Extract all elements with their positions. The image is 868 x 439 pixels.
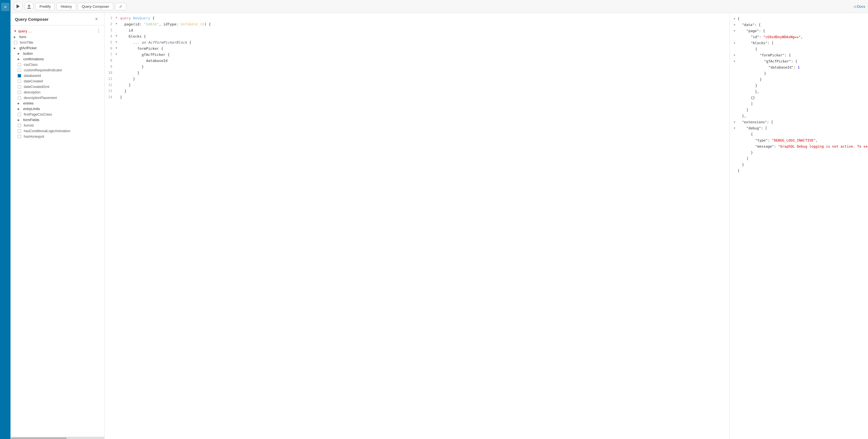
sidebar-menu-icon[interactable]: ≡ [1,3,9,11]
plain-token: { [165,53,170,57]
tree-item[interactable]: dateCreatedGmt [10,84,104,90]
query-composer-button[interactable]: Query Composer [78,3,113,10]
tree-item[interactable]: ▶entries [10,101,104,106]
docs-button[interactable]: ◁ Docs [854,4,865,8]
tree-item[interactable]: ▶entryLimits [10,106,104,112]
result-line: "message": "GraphQL Debug logging is not… [734,144,864,150]
tree-root: ▼ query … ⋮ [10,28,104,34]
profile-button[interactable] [24,2,34,11]
bracket-token: } [746,107,749,113]
tree-item[interactable]: hasConditionalLogicAnimation [10,128,104,134]
line-number: 11 [104,77,116,81]
tree-checkbox[interactable] [18,124,21,127]
tree-item[interactable]: ▶gfAcfPicker [10,45,104,51]
composer-tree[interactable]: ▼ query … ⋮ ▶formformTitle▶gfAcfPicker▶b… [10,25,104,437]
result-arrow[interactable]: ▼ [734,28,738,34]
line-arrow[interactable]: ▼ [116,22,120,25]
result-arrow [734,162,738,168]
plain-token: : { [767,119,773,125]
result-arrow [734,137,738,144]
plain-token: : { [784,52,791,58]
result-arrow[interactable]: ▼ [734,125,738,131]
tree-item[interactable]: cssClass [10,62,104,67]
tree-item-label: formId [24,124,33,127]
result-arrow [734,101,738,107]
line-content[interactable]: formPicker { [120,46,730,51]
tree-checkbox[interactable] [14,41,17,44]
tree-item[interactable]: hasHoneypot [10,134,104,139]
line-arrow[interactable]: ▼ [116,34,120,37]
line-content[interactable]: page(id: "24016", idType: DATABASE_ID) { [120,22,730,26]
editor-panel[interactable]: 1▼query NewQuery {2▼ page(id: "24016", i… [104,13,730,439]
field-token: gfAcfPicker [142,53,165,57]
tree-checkbox[interactable] [18,91,21,94]
result-panel[interactable]: ▼{▼"data": {▼"page": { "id": "cG9zdDoyND… [730,13,868,439]
tree-item[interactable]: ▶confirmations [10,56,104,62]
result-arrow[interactable]: ▼ [734,16,738,22]
line-content[interactable]: databaseId [120,59,730,63]
tree-checkbox[interactable]: ✓ [18,74,21,77]
result-arrow[interactable]: ▼ [734,58,738,64]
line-arrow[interactable]: ▼ [116,46,120,50]
tree-item[interactable]: descriptionPlacement [10,95,104,101]
tree-more-button[interactable]: ⋮ [96,29,101,33]
play-button[interactable] [13,2,23,11]
code-line: 3 id [104,28,730,34]
line-arrow[interactable]: ▼ [116,16,120,19]
line-content[interactable]: } [120,89,730,93]
tree-checkbox[interactable] [18,129,21,133]
tree-item-label: cssClass [24,63,38,67]
tree-checkbox[interactable] [18,135,21,138]
line-content[interactable]: id [120,28,730,32]
plain-token [120,22,124,26]
tree-item[interactable]: formTitle [10,40,104,45]
line-content[interactable]: } [120,71,730,75]
line-content[interactable]: } [120,83,730,87]
result-arrow[interactable]: ▼ [734,119,738,125]
code-line: 8 databaseId [104,58,730,64]
tree-checkbox[interactable] [18,80,21,83]
key-token: "id" [751,34,759,40]
close-button[interactable]: × [93,16,100,22]
line-arrow[interactable]: ▼ [116,40,120,43]
tree-item[interactable]: dateCreated [10,79,104,84]
composer-horizontal-scrollbar[interactable] [10,437,104,439]
history-button[interactable]: History [56,3,76,10]
tree-checkbox[interactable] [18,68,21,72]
prettify-button[interactable]: Prettify [35,3,55,10]
editor-content[interactable]: 1▼query NewQuery {2▼ page(id: "24016", i… [104,13,730,439]
result-arrow[interactable]: ▼ [734,22,738,28]
tree-item[interactable]: ▶formFields [10,117,104,123]
result-arrow[interactable]: ▼ [734,52,738,58]
result-line: } [734,83,864,89]
tree-item[interactable]: ✓databaseId [10,73,104,79]
tree-item[interactable]: description [10,90,104,95]
plain-token: : [774,144,778,150]
line-content[interactable]: } [120,95,730,99]
line-content[interactable]: query NewQuery { [120,16,730,20]
fullscreen-button[interactable]: ⤢ [115,3,126,10]
tree-item[interactable]: ▶button [10,51,104,56]
tree-items-container: ▶formformTitle▶gfAcfPicker▶button▶confir… [10,34,104,139]
plain-token: : [793,64,798,70]
composer-scrollbar-thumb[interactable] [11,438,67,439]
line-number: 14 [104,95,116,99]
line-arrow[interactable]: ▼ [116,53,120,56]
tree-checkbox[interactable] [18,85,21,89]
tree-item[interactable]: firstPageCssClass [10,112,104,117]
tree-item[interactable]: formId [10,123,104,128]
tree-item[interactable]: ▶form [10,34,104,40]
field-token: id [128,28,133,32]
tree-checkbox[interactable] [18,63,21,66]
line-content[interactable]: blocks { [120,34,730,38]
tree-item[interactable]: customRequiredIndicator [10,67,104,73]
tree-checkbox[interactable] [18,113,21,116]
result-arrow[interactable]: ▼ [734,40,738,46]
line-content[interactable]: } [120,65,730,69]
tree-root-label[interactable]: ▼ query … [14,29,32,33]
tree-checkbox[interactable] [18,96,21,99]
line-content[interactable]: } [120,77,730,81]
line-content[interactable]: ... on AcfFormPickerBlock { [120,40,730,44]
tree-item-label: customRequiredIndicator [24,68,62,72]
line-content[interactable]: gfAcfPicker { [120,53,730,57]
